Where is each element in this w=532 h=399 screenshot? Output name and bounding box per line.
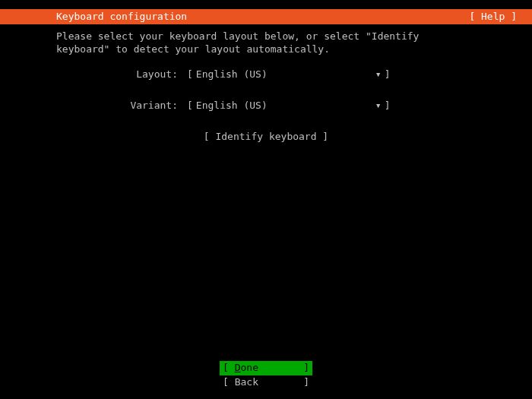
variant-label: Variant: bbox=[129, 100, 178, 111]
bracket-left: [ bbox=[187, 100, 193, 111]
content-area: Please select your keyboard layout below… bbox=[0, 24, 532, 142]
page-title: Keyboard configuration bbox=[56, 9, 187, 24]
done-label-rest: one bbox=[240, 362, 258, 373]
chevron-down-icon: ▾ bbox=[375, 68, 382, 80]
layout-row: Layout: [ English (US) ▾ ] bbox=[56, 68, 476, 80]
bracket-right: ] bbox=[385, 68, 391, 80]
bracket-right: ] bbox=[303, 362, 309, 375]
header-bar: Keyboard configuration [ Help ] bbox=[0, 9, 532, 24]
bracket-right: ] bbox=[303, 376, 309, 389]
done-button[interactable]: [ Done] bbox=[220, 361, 312, 375]
bracket-right: ] bbox=[385, 100, 391, 111]
instruction-text: Please select your keyboard layout below… bbox=[56, 30, 476, 56]
variant-row: Variant: [ English (US) ▾ ] bbox=[56, 100, 476, 111]
layout-label: Layout: bbox=[129, 68, 178, 80]
bracket-left: [ bbox=[223, 376, 235, 388]
footer-buttons: [ Done] [ Back] bbox=[0, 361, 532, 390]
chevron-down-icon: ▾ bbox=[375, 100, 382, 111]
bracket-left: [ bbox=[223, 362, 235, 373]
back-button[interactable]: [ Back] bbox=[220, 375, 312, 390]
back-label: Back bbox=[235, 376, 258, 388]
layout-dropdown[interactable]: [ English (US) ▾ ] bbox=[187, 68, 390, 80]
variant-dropdown[interactable]: [ English (US) ▾ ] bbox=[187, 100, 390, 111]
bracket-left: [ bbox=[187, 68, 193, 80]
layout-value: English (US) bbox=[196, 68, 371, 80]
variant-value: English (US) bbox=[196, 100, 371, 111]
identify-keyboard-button[interactable]: [ Identify keyboard ] bbox=[56, 131, 476, 142]
help-button[interactable]: [ Help ] bbox=[469, 9, 526, 24]
